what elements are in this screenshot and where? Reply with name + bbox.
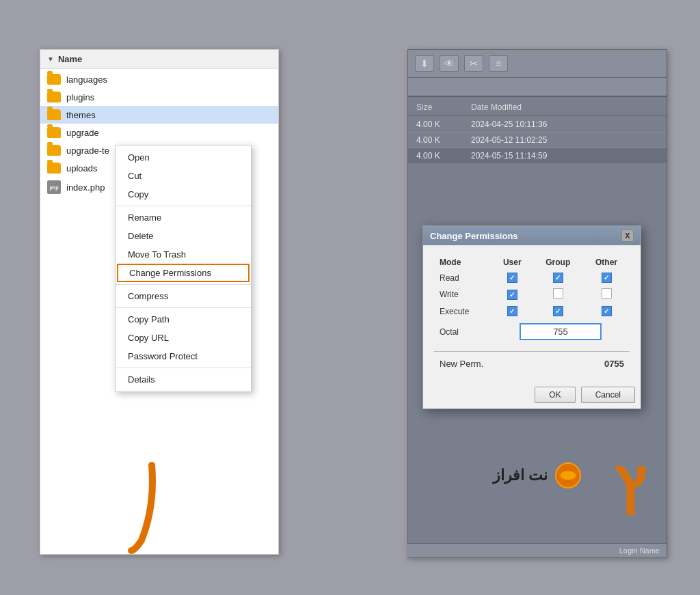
perm-group-read[interactable] xyxy=(533,270,583,286)
checkbox-read-other[interactable] xyxy=(602,273,612,283)
right-panel-footer: Login Name xyxy=(407,543,667,557)
perm-user-execute[interactable] xyxy=(492,303,533,319)
file-item-themes[interactable]: themes xyxy=(40,106,278,124)
col-other-header: Other xyxy=(583,255,630,270)
context-menu-copy-path[interactable]: Copy Path xyxy=(116,310,251,329)
perm-group-write[interactable] xyxy=(533,286,583,303)
file-name: languages xyxy=(66,74,107,85)
file-name: themes xyxy=(66,110,96,120)
checkbox-execute-group[interactable] xyxy=(553,306,563,316)
folder-icon xyxy=(47,74,61,85)
checkbox-execute-user[interactable] xyxy=(507,306,517,316)
perm-user-read[interactable] xyxy=(492,270,533,286)
file-size: 4.00 K xyxy=(416,151,471,161)
dialog-divider xyxy=(434,351,630,352)
col-date-header: Date Modified xyxy=(471,102,658,112)
context-menu-copy[interactable]: Copy xyxy=(116,185,251,204)
cancel-button[interactable]: Cancel xyxy=(581,387,635,403)
file-name: index.php xyxy=(66,182,105,193)
file-size: 4.00 K xyxy=(416,135,471,145)
perm-user-write[interactable] xyxy=(492,286,533,303)
checkbox-read-group[interactable] xyxy=(553,273,563,283)
separator xyxy=(116,307,251,308)
svg-point-1 xyxy=(560,471,576,480)
file-date: 2024-05-15 11:14:59 xyxy=(471,151,658,161)
dialog-close-btn[interactable]: X xyxy=(621,230,634,242)
dialog-title: Change Permissions xyxy=(430,231,518,241)
file-name: upgrade xyxy=(66,128,99,138)
decorative-curve-left xyxy=(118,458,165,554)
context-menu-delete[interactable]: Delete xyxy=(116,227,251,245)
file-size: 4.00 K xyxy=(416,120,471,129)
context-menu-compress[interactable]: Compress xyxy=(116,287,251,305)
col-name-header: Name xyxy=(58,54,82,64)
octal-input-cell[interactable] xyxy=(492,319,630,344)
context-menu-cut[interactable]: Cut xyxy=(116,167,251,185)
folder-icon xyxy=(47,109,61,120)
context-menu-copy-url[interactable]: Copy URL xyxy=(116,329,251,347)
file-panel-header: ▼ Name xyxy=(40,50,278,69)
brand-text: نت افراز xyxy=(493,467,548,484)
toolbar-cut-btn[interactable]: ✂ xyxy=(464,55,483,72)
perm-other-read[interactable] xyxy=(583,270,630,286)
perm-label-execute: Execute xyxy=(434,303,492,319)
col-size-header: Size xyxy=(416,102,471,112)
permissions-dialog: Change Permissions X Mode User Group Oth… xyxy=(422,225,641,409)
checkbox-read-user[interactable] xyxy=(507,273,517,283)
right-panel-toolbar: ⬇ 👁 ✂ ≡ xyxy=(408,50,667,78)
perm-label-read: Read xyxy=(434,270,492,286)
col-mode-header: Mode xyxy=(434,255,492,270)
permissions-table: Mode User Group Other Read Write xyxy=(434,255,630,344)
php-icon: php xyxy=(47,180,61,194)
separator xyxy=(116,206,251,206)
col-user-header: User xyxy=(492,255,533,270)
context-menu-details[interactable]: Details xyxy=(116,370,251,389)
perm-row-octal: Octal xyxy=(434,319,630,344)
folder-icon xyxy=(47,127,61,138)
toolbar-view-btn[interactable]: 👁 xyxy=(440,55,459,72)
toolbar-download-btn[interactable]: ⬇ xyxy=(415,55,434,72)
checkbox-write-group[interactable] xyxy=(553,288,563,299)
file-item-upgrade[interactable]: upgrade xyxy=(40,124,278,141)
folder-icon xyxy=(47,163,61,174)
toolbar-list-btn[interactable]: ≡ xyxy=(489,55,508,72)
perm-row-write: Write xyxy=(434,286,630,303)
dialog-titlebar: Change Permissions X xyxy=(423,226,641,245)
ok-button[interactable]: OK xyxy=(535,387,575,403)
separator xyxy=(116,284,251,285)
folder-icon xyxy=(47,145,61,156)
context-menu-password-protect[interactable]: Password Protect xyxy=(116,347,251,365)
checkbox-execute-other[interactable] xyxy=(602,306,612,316)
new-perm-value: 0755 xyxy=(604,359,624,369)
file-date: 2024-05-12 11:02:25 xyxy=(471,135,658,145)
file-name: upgrade-te xyxy=(66,146,109,156)
checkbox-write-other[interactable] xyxy=(602,288,612,299)
octal-input[interactable] xyxy=(520,323,602,340)
right-panel-rows: 4.00 K 2024-04-25 10:11:36 4.00 K 2024-0… xyxy=(408,115,667,165)
login-name-label: Login Name xyxy=(619,546,660,555)
context-menu-open[interactable]: Open xyxy=(116,148,251,167)
file-name: plugins xyxy=(66,92,94,102)
octal-label: Octal xyxy=(434,319,492,344)
context-menu-change-permissions[interactable]: Change Permissions xyxy=(117,264,250,282)
perm-other-execute[interactable] xyxy=(583,303,630,319)
table-row: 4.00 K 2024-04-25 10:11:36 xyxy=(408,117,667,133)
file-item-plugins[interactable]: plugins xyxy=(40,88,278,106)
brand-logo xyxy=(554,462,582,489)
perm-row-read: Read xyxy=(434,270,630,286)
new-perm-row: New Perm. 0755 xyxy=(434,356,630,372)
table-row: 4.00 K 2024-05-12 11:02:25 xyxy=(408,133,667,148)
perm-label-write: Write xyxy=(434,286,492,303)
context-menu-rename[interactable]: Rename xyxy=(116,208,251,227)
new-perm-label: New Perm. xyxy=(440,359,483,369)
table-row: 4.00 K 2024-05-15 11:14:59 xyxy=(408,148,667,164)
perm-row-execute: Execute xyxy=(434,303,630,319)
dropdown-arrow-icon: ▼ xyxy=(47,55,54,63)
perm-other-write[interactable] xyxy=(583,286,630,303)
perm-group-execute[interactable] xyxy=(533,303,583,319)
separator xyxy=(116,368,251,368)
file-item-languages[interactable]: languages xyxy=(40,70,278,88)
checkbox-write-user[interactable] xyxy=(507,290,517,300)
col-group-header: Group xyxy=(533,255,583,270)
context-menu-move-to-trash[interactable]: Move To Trash xyxy=(116,245,251,264)
